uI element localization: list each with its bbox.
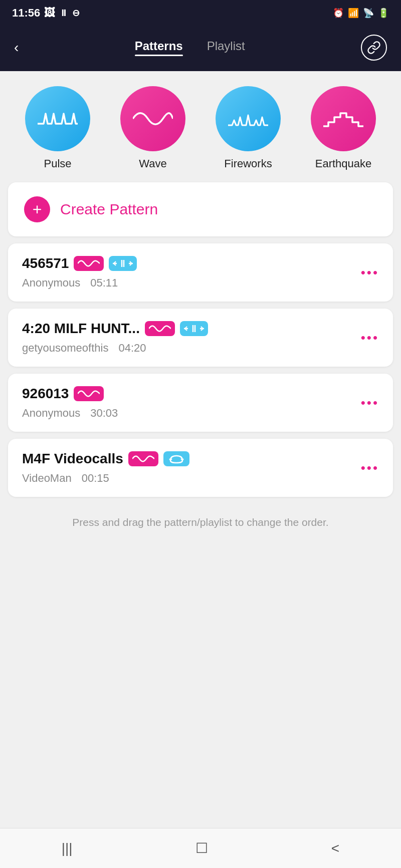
pattern-label-earthquake: Earthquake xyxy=(315,157,372,170)
pattern-card-left-3: M4F Videocalls VideoMan 0 xyxy=(22,451,353,485)
status-right: ⏰ 📶 📡 🔋 xyxy=(333,8,389,19)
pattern-title-row-2: 926013 xyxy=(22,386,353,402)
pattern-circle-wave xyxy=(120,86,185,151)
pattern-meta-1: getyousomeofthis 04:20 xyxy=(22,342,353,355)
create-pattern-label: Create Pattern xyxy=(60,201,158,218)
pattern-label-fireworks: Fireworks xyxy=(224,157,272,170)
more-dots-1[interactable]: ••• xyxy=(353,330,379,346)
status-bar: 11:56 🖼 ⏸ ⊖ ⏰ 📶 📡 🔋 xyxy=(0,0,401,26)
pattern-title-3: M4F Videocalls xyxy=(22,451,123,467)
pattern-circle-earthquake xyxy=(311,86,376,151)
pattern-duration-3: 00:15 xyxy=(82,472,109,485)
pattern-author-0: Anonymous xyxy=(22,276,80,290)
content-area: + Create Pattern 456571 xyxy=(0,182,401,551)
signal-icon: 📡 xyxy=(363,8,374,19)
pattern-card-left-2: 926013 Anonymous 30:03 xyxy=(22,386,353,420)
pattern-author-3: VideoMan xyxy=(22,472,72,485)
badge-wave-2 xyxy=(74,386,104,401)
pattern-label-wave: Wave xyxy=(139,157,166,170)
nav-back[interactable]: < xyxy=(316,835,354,861)
pattern-item-fireworks[interactable]: Fireworks xyxy=(216,86,281,170)
pattern-item-wave[interactable]: Wave xyxy=(120,86,185,170)
more-dots-0[interactable]: ••• xyxy=(353,265,379,280)
bottom-nav: ||| ☐ < xyxy=(0,828,401,868)
tab-patterns[interactable]: Patterns xyxy=(135,39,183,56)
wifi-icon: 📶 xyxy=(348,8,359,19)
pattern-card-left-1: 4:20 MILF HUNT... xyxy=(22,321,353,355)
pattern-author-2: Anonymous xyxy=(22,407,80,420)
image-icon: 🖼 xyxy=(44,7,55,20)
pattern-author-1: getyousomeofthis xyxy=(22,342,108,355)
badge-wave-0 xyxy=(74,256,104,271)
pattern-circle-pulse xyxy=(25,86,90,151)
pattern-card-0: 456571 xyxy=(8,243,393,302)
status-left: 11:56 🖼 ⏸ ⊖ xyxy=(12,7,80,20)
battery-icon: 🔋 xyxy=(378,8,389,19)
nav-home[interactable]: ☐ xyxy=(180,835,223,861)
pattern-card-3: M4F Videocalls VideoMan 0 xyxy=(8,439,393,497)
status-time: 11:56 xyxy=(12,7,40,20)
pattern-card-1: 4:20 MILF HUNT... xyxy=(8,309,393,367)
link-button[interactable] xyxy=(361,35,387,61)
nav-recent-apps[interactable]: ||| xyxy=(47,835,88,861)
badge-wave-1 xyxy=(145,321,175,336)
pattern-title-row-3: M4F Videocalls xyxy=(22,451,353,467)
pattern-card-2: 926013 Anonymous 30:03 ••• xyxy=(8,374,393,432)
pattern-card-left-0: 456571 xyxy=(22,255,353,290)
badge-wave-3 xyxy=(128,451,158,466)
pattern-title-row-0: 456571 xyxy=(22,255,353,271)
badge-compress-1 xyxy=(180,321,208,336)
pattern-icons-row: Pulse Wave Fireworks Earthquake xyxy=(0,71,401,182)
pattern-meta-0: Anonymous 05:11 xyxy=(22,276,353,290)
pattern-duration-1: 04:20 xyxy=(118,342,146,355)
header: ‹ Patterns Playlist xyxy=(0,26,401,71)
back-button[interactable]: ‹ xyxy=(14,41,19,55)
pattern-item-pulse[interactable]: Pulse xyxy=(25,86,90,170)
alarm-icon: ⏰ xyxy=(333,8,344,19)
header-tabs: Patterns Playlist xyxy=(135,39,245,56)
pattern-item-earthquake[interactable]: Earthquake xyxy=(311,86,376,170)
pattern-title-0: 456571 xyxy=(22,255,69,271)
badge-loop-3 xyxy=(163,451,189,466)
pattern-title-row-1: 4:20 MILF HUNT... xyxy=(22,321,353,337)
pattern-duration-2: 30:03 xyxy=(90,407,118,420)
tab-playlist[interactable]: Playlist xyxy=(207,39,245,56)
donotdisturb-icon: ⊖ xyxy=(72,8,80,19)
pause-icon: ⏸ xyxy=(59,8,68,19)
pattern-title-2: 926013 xyxy=(22,386,69,402)
pattern-meta-2: Anonymous 30:03 xyxy=(22,407,353,420)
more-dots-2[interactable]: ••• xyxy=(353,395,379,411)
hint-text: Press and drag the pattern/playlist to c… xyxy=(8,504,393,541)
pattern-title-1: 4:20 MILF HUNT... xyxy=(22,321,140,337)
more-dots-3[interactable]: ••• xyxy=(353,460,379,476)
pattern-circle-fireworks xyxy=(216,86,281,151)
create-plus-icon: + xyxy=(24,196,50,222)
badge-compress-0 xyxy=(109,256,137,271)
pattern-duration-0: 05:11 xyxy=(90,276,118,290)
pattern-label-pulse: Pulse xyxy=(44,157,71,170)
create-pattern-card[interactable]: + Create Pattern xyxy=(8,182,393,236)
pattern-meta-3: VideoMan 00:15 xyxy=(22,472,353,485)
